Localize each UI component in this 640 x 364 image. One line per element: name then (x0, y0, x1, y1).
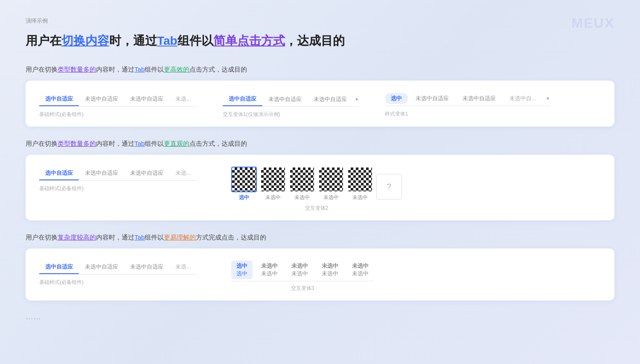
section-1: 用户在切换类型数量多的内容时，通过Tab组件以更高效的点击方式，达成目的 选中自… (26, 64, 614, 127)
tab-dropdown-item[interactable]: 未选中自适应 (262, 93, 308, 106)
tab-item[interactable]: 选中自适应 (39, 92, 79, 106)
tab-item[interactable]: 未选中自适应 (124, 260, 169, 274)
tab-2line-top: 未选中 (291, 262, 308, 270)
tab-label-5: 交互变体2 (305, 205, 329, 212)
tab-2line-bottom: 未选中 (322, 270, 338, 277)
image-tab-label: 未选中 (265, 194, 281, 201)
image-tab-thumbnail (318, 167, 344, 192)
tab-item[interactable]: 未选... (169, 92, 197, 106)
image-tab-selected[interactable]: 选中 (231, 167, 257, 201)
ellipsis: …… (26, 312, 614, 321)
tab-2line-item[interactable]: 未选中 未选中 (347, 260, 374, 279)
tab-2line-bottom: 未选中 (352, 270, 369, 277)
tab-2line-item[interactable]: 未选中 未选中 (317, 260, 343, 279)
tab-pill-item[interactable]: 未选中自适应 (410, 93, 455, 104)
image-tab-label: 未选中 (352, 194, 368, 201)
tab-item[interactable]: 未选中自适应 (124, 92, 169, 106)
section-3-desc: 用户在切换复杂度较高的内容时，通过Tab组件以更易理解的方式完成点击，达成目的 (26, 232, 614, 243)
tab-dropdown-item[interactable]: 选中自适应 (223, 92, 262, 106)
tab-pill-item[interactable]: 未选中自... (503, 93, 542, 104)
basic-tab-row-1: 选中自适应 未选中自适应 未选中自适应 未选... (39, 92, 197, 107)
tab-pill-item[interactable]: 未选中自适应 (457, 93, 502, 104)
tab-2line-item-selected[interactable]: 选中 选中 (231, 260, 253, 279)
tab-item[interactable]: 未选中自适应 (79, 260, 124, 274)
image-tab-label: 选中 (239, 194, 249, 201)
tab-label-6: 基础样式(必备组件) (39, 279, 84, 286)
dropdown-arrow-icon[interactable]: ▼ (355, 97, 359, 102)
tab-2line-item[interactable]: 未选中 未选中 (256, 260, 283, 279)
tab-item[interactable]: 未选... (169, 260, 197, 274)
twoline-tab-row: 选中 选中 未选中 未选中 未选中 未选中 未选中 未选中 (231, 260, 374, 281)
image-tab[interactable]: 未选中 (289, 167, 315, 201)
tab-2line-bottom: 未选中 (261, 270, 278, 277)
image-tab-label: 未选中 (323, 194, 339, 201)
basic-tab-block-1: 选中自适应 未选中自适应 未选中自适应 未选... 基础样式(必备组件) (39, 92, 197, 118)
section-1-card: 选中自适应 未选中自适应 未选中自适应 未选... 基础样式(必备组件) 选中自… (26, 81, 614, 127)
tab-item[interactable]: 未选中自适应 (79, 92, 124, 106)
tab-item[interactable]: 选中自适应 (39, 260, 79, 274)
tab-pill-item[interactable]: 选中 (385, 93, 408, 104)
tab-2line-top: 选中 (236, 262, 247, 270)
section-3-card: 选中自适应 未选中自适应 未选中自适应 未选... 基础样式(必备组件) 选中 … (26, 248, 614, 300)
tab-label-2: 交互变体1(仅做演示示例) (223, 111, 280, 118)
image-tab[interactable]: 未选中 (260, 167, 286, 201)
section-2-card: 选中自适应 未选中自适应 未选中自适应 未选... 基础样式(必备组件) 选中 (26, 155, 614, 220)
image-tab-thumbnail (231, 167, 257, 192)
tab-dropdown-item[interactable]: 未选中自适应 (308, 93, 353, 106)
section-2-desc: 用户在切换类型数量多的内容时，通过Tab组件以更直观的点击方式，达成目的 (26, 139, 614, 149)
dropdown-tab-block-1: 选中自适应 未选中自适应 未选中自适应 ▼ 交互变体1(仅做演示示例) (223, 92, 359, 118)
image-tab[interactable]: 未选中 (318, 167, 344, 201)
tab-label-4: 基础样式(必备组件) (39, 185, 84, 192)
section-2: 用户在切换类型数量多的内容时，通过Tab组件以更直观的点击方式，达成目的 选中自… (26, 139, 614, 220)
dropdown-arrow-icon[interactable]: ▼ (546, 96, 550, 101)
image-tab-more[interactable]: ? (376, 174, 402, 201)
image-tab-block: 选中 未选中 未选中 (231, 167, 402, 212)
tab-2line-top: 未选中 (322, 262, 338, 270)
tab-item[interactable]: 选中自适应 (39, 167, 79, 180)
tab-label-1: 基础样式(必备组件) (39, 111, 84, 118)
basic-tab-block-2: 选中自适应 未选中自适应 未选中自适应 未选... 基础样式(必备组件) (39, 167, 197, 192)
image-tab-thumbnail (260, 167, 286, 192)
tab-item[interactable]: 未选... (169, 167, 197, 180)
tab-2line-bottom: 选中 (236, 270, 247, 277)
page-label: 演绎示例 (26, 17, 614, 25)
logo: MEUX (572, 15, 614, 31)
section-1-desc: 用户在切换类型数量多的内容时，通过Tab组件以更高效的点击方式，达成目的 (26, 64, 614, 75)
image-tab[interactable]: 未选中 (347, 167, 373, 201)
image-tab-thumbnail (347, 167, 373, 192)
dropdown-tab-row-1: 选中自适应 未选中自适应 未选中自适应 ▼ (223, 92, 359, 107)
main-title: 用户在切换内容时，通过Tab组件以简单点击方式，达成目的 (26, 32, 614, 49)
tab-2line-top: 未选中 (352, 262, 369, 270)
tab-2line-item[interactable]: 未选中 未选中 (286, 260, 313, 279)
tab-item[interactable]: 未选中自适应 (124, 167, 169, 180)
image-tab-thumbnail (289, 167, 315, 192)
pill-tab-block-1: 选中 未选中自适应 未选中自适应 未选中自... ▼ 样式变体1 (385, 93, 550, 118)
tab-label-3: 样式变体1 (385, 110, 408, 118)
tab-label-7: 交互变体3 (291, 285, 314, 292)
basic-tab-block-3: 选中自适应 未选中自适应 未选中自适应 未选... 基础样式(必备组件) (39, 260, 197, 286)
section-3: 用户在切换复杂度较高的内容时，通过Tab组件以更易理解的方式完成点击，达成目的 … (26, 232, 614, 300)
image-tab-thumbnail: ? (376, 174, 402, 199)
tab-item[interactable]: 未选中自适应 (79, 167, 124, 180)
basic-tab-row-2: 选中自适应 未选中自适应 未选中自适应 未选... (39, 167, 197, 181)
image-tab-label: 未选中 (294, 194, 310, 201)
tab-2line-bottom: 未选中 (291, 270, 308, 277)
twoline-tab-block: 选中 选中 未选中 未选中 未选中 未选中 未选中 未选中 (231, 260, 374, 292)
image-tab-row: 选中 未选中 未选中 (231, 167, 402, 201)
tab-2line-top: 未选中 (261, 262, 278, 270)
basic-tab-row-3: 选中自适应 未选中自适应 未选中自适应 未选... (39, 260, 197, 274)
